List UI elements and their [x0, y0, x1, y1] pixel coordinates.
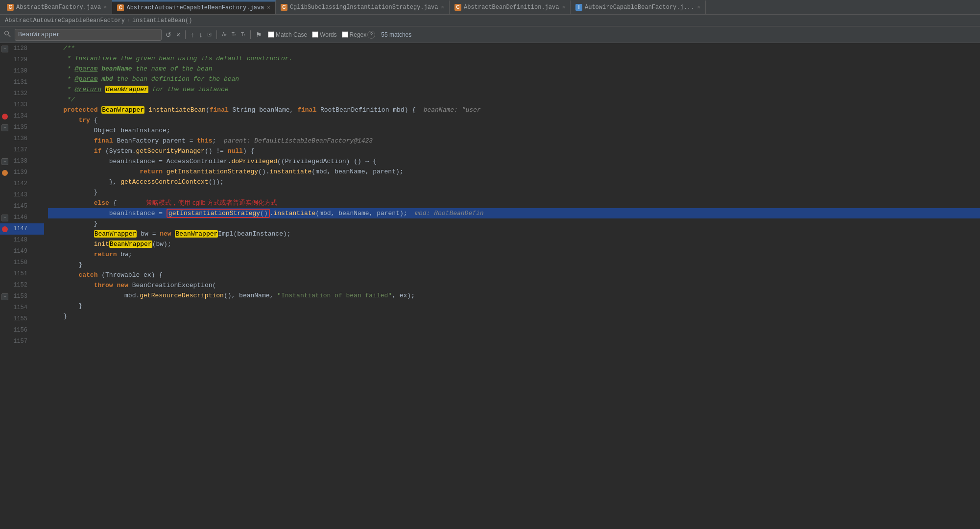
search-input[interactable] [18, 31, 136, 38]
linenum-1150: 1150 [10, 257, 30, 268]
search-input-wrap[interactable] [15, 29, 162, 41]
annotation-text: 策略模式，使用 cglib 方式或者普通实例化方式 [146, 199, 277, 206]
markers-1145 [0, 201, 10, 212]
match-case-checkbox[interactable] [268, 31, 274, 38]
match-case-label[interactable]: Match Case [268, 31, 307, 38]
line-content-1156: } [48, 301, 980, 311]
search-clear-button[interactable]: × [174, 30, 182, 40]
code-line-1129: * Instantiate the given bean using its d… [48, 53, 980, 64]
tab-autowire-capable[interactable]: I AutowireCapableBeanFactory.j... × [571, 0, 706, 14]
search-filter-button[interactable]: ⚑ [254, 30, 264, 40]
tab-cglib[interactable]: C CglibSubclassingInstantiationStrategy.… [276, 0, 450, 14]
search-next-button[interactable]: ↓ [197, 30, 204, 40]
line-row-1157: 1157 [0, 336, 44, 347]
search-options-button2[interactable]: Tₜ [230, 31, 238, 38]
tab-label-2: AbstractAutowireCapableBeanFactory.java [126, 4, 264, 11]
markers-1137 [0, 144, 10, 156]
line-content-1136: Object beanInstance; [48, 125, 980, 136]
tab-abstract-bean-def[interactable]: C AbstractBeanDefinition.java × [450, 0, 571, 14]
breakpoint-1134[interactable] [2, 114, 8, 120]
words-text: Words [320, 31, 336, 38]
line-content-1138: if (System.getSecurityManager() != null)… [48, 146, 980, 156]
line-content-1150: initBeanWrapper(bw); [48, 239, 980, 249]
breakpoint-warn-1139[interactable] [2, 170, 8, 176]
svg-line-1 [8, 35, 10, 37]
fold-1146[interactable]: − [1, 215, 8, 221]
line-row-1131: 1131 [0, 77, 44, 88]
linenum-1138: 1138 [10, 156, 30, 167]
breadcrumb-part2[interactable]: instantiateBean() [132, 17, 192, 24]
tab-abstract-autowire[interactable]: C AbstractAutowireCapableBeanFactory.jav… [112, 0, 275, 14]
markers-1157 [0, 336, 10, 347]
line-row-1150: 1150 [0, 257, 44, 268]
tab-close-1[interactable]: × [104, 4, 107, 10]
search-help-button[interactable]: ? [367, 31, 375, 39]
markers-1136 [0, 133, 10, 144]
line-content-1145: } [48, 187, 980, 197]
search-find-in-file-button[interactable]: ⊡ [205, 30, 214, 39]
code-line-1151: return bw; [48, 249, 980, 260]
code-line-1153: catch (Throwable ex) { [48, 270, 980, 280]
code-line-1136: Object beanInstance; [48, 125, 980, 136]
tab-close-3[interactable]: × [441, 4, 444, 10]
code-content-panel: /** * Instantiate the given bean using i… [44, 43, 980, 529]
breadcrumb: AbstractAutowireCapableBeanFactory › ins… [0, 15, 980, 26]
search-options-button1[interactable]: Aₜ [220, 31, 229, 38]
line-content-1128: /** [48, 43, 980, 53]
fold-1138[interactable]: − [1, 158, 8, 165]
line-content-1134: protected BeanWrapper instantiateBean(fi… [48, 105, 980, 115]
code-line-1134: protected BeanWrapper instantiateBean(fi… [48, 105, 980, 115]
line-row-1145: 1145 [0, 201, 44, 212]
code-line-1142: return getInstantiationStrategy().instan… [48, 167, 980, 177]
fold-1135[interactable]: − [1, 124, 8, 131]
line-row-1132: 1132 [0, 88, 44, 99]
linenum-1155: 1155 [10, 313, 30, 325]
linenum-1136: 1136 [10, 133, 30, 144]
line-row-1143: 1143 [0, 190, 44, 201]
tab-abstract-bean-factory[interactable]: C AbstractBeanFactory.java × [2, 0, 112, 14]
breakpoint-1147[interactable] [2, 226, 8, 232]
search-prev-button[interactable]: ↑ [189, 30, 196, 40]
fold-1153[interactable]: − [1, 293, 8, 300]
linenum-1147: 1147 [10, 223, 30, 235]
markers-1139 [0, 167, 10, 178]
tab-close-4[interactable]: × [562, 4, 565, 10]
search-refresh-button[interactable]: ↺ [164, 30, 173, 40]
markers-1156 [0, 325, 10, 336]
tab-label-4: AbstractBeanDefinition.java [464, 4, 559, 11]
code-line-1138: if (System.getSecurityManager() != null)… [48, 146, 980, 156]
breadcrumb-part1[interactable]: AbstractAutowireCapableBeanFactory [5, 17, 125, 24]
words-label[interactable]: Words [312, 31, 336, 38]
words-checkbox[interactable] [312, 31, 318, 38]
line-row-1134: 1134 [0, 111, 44, 122]
markers-1150 [0, 257, 10, 268]
tab-label-5: AutowireCapableBeanFactory.j... [585, 4, 694, 11]
markers-1142 [0, 178, 10, 190]
fold-1128[interactable]: − [1, 46, 8, 52]
regex-label[interactable]: Regex [342, 31, 367, 38]
markers-1147 [0, 223, 10, 235]
linenum-1145: 1145 [10, 201, 30, 212]
line-row-1149: 1149 [0, 246, 44, 257]
tab-label-1: AbstractBeanFactory.java [16, 4, 101, 11]
markers-1135: − [0, 122, 10, 133]
search-options-button3[interactable]: Tₜ [239, 31, 247, 38]
code-line-1146: else {策略模式，使用 cglib 方式或者普通实例化方式 [48, 197, 980, 208]
linenum-1151: 1151 [10, 268, 30, 280]
line-row-1152: 1152 [0, 280, 44, 291]
tab-close-5[interactable]: × [697, 4, 700, 10]
linenum-1132: 1132 [10, 88, 30, 99]
code-line-1154: throw new BeanCreationException( [48, 280, 980, 290]
line-row-1137: 1137 [0, 144, 44, 156]
line-row-1142: 1142 [0, 178, 44, 190]
line-row-1139: 1139 [0, 167, 44, 178]
line-content-1149: BeanWrapper bw = new BeanWrapperImpl(bea… [48, 229, 980, 239]
tab-icon-5: I [575, 4, 582, 11]
linenum-1156: 1156 [10, 325, 30, 336]
code-line-1135: try { [48, 115, 980, 125]
linenum-1148: 1148 [10, 235, 30, 246]
markers-1138: − [0, 156, 10, 167]
line-content-1132: * @return BeanWrapper for the new instan… [48, 84, 980, 95]
regex-checkbox[interactable] [342, 31, 348, 38]
tab-close-2[interactable]: × [267, 5, 270, 11]
